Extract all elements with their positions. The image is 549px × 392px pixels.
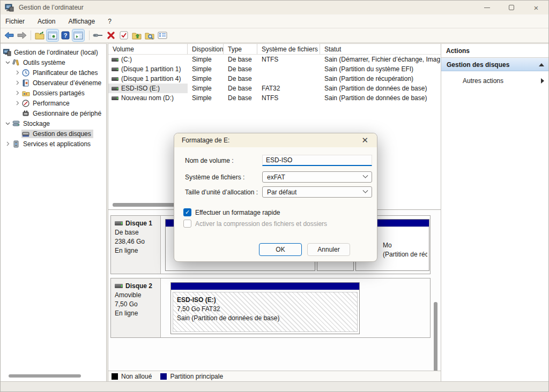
disk-2-label[interactable]: Disque 2 Amovible 7,50 Go En ligne: [111, 278, 161, 337]
show-action-pane-icon[interactable]: [72, 29, 84, 41]
col-disposition[interactable]: Disposition: [188, 44, 224, 54]
col-type[interactable]: Type: [224, 44, 257, 54]
quick-format-checkbox[interactable]: ✓: [183, 208, 191, 216]
performance-icon: [22, 100, 30, 107]
folder-up-icon[interactable]: [131, 29, 143, 41]
dialog-title-bar: Formatage de E: ✕: [174, 133, 377, 147]
col-statut[interactable]: Statut: [320, 44, 441, 54]
tree-item-gestion-des-disques[interactable]: Gestion des disques: [1, 129, 106, 139]
disk-2-partition-esd-iso[interactable]: ESD-ISO (E:) 7,50 Go FAT32 Sain (Partiti…: [170, 282, 360, 334]
tree-item-services-applications[interactable]: Services et applications: [1, 139, 106, 149]
toolbar: ?: [1, 28, 548, 43]
compression-checkbox[interactable]: [183, 220, 191, 228]
tree-item-label: Gestion des disques: [33, 130, 91, 138]
actions-group-gestion-des-disques[interactable]: Gestion des disques: [441, 58, 549, 71]
disk-1-label[interactable]: Disque 1 De base 238,46 Go En ligne: [111, 216, 161, 274]
help-icon[interactable]: ?: [60, 29, 71, 41]
chevron-down-icon: [363, 173, 368, 178]
col-systeme-fichiers[interactable]: Système de fichiers: [257, 44, 320, 54]
dialog-title: Formatage de E:: [182, 137, 229, 144]
partition-color-bar: [171, 283, 359, 290]
chevron-down-icon[interactable]: [3, 121, 12, 126]
chevron-right-icon[interactable]: [13, 91, 21, 95]
disk-icon: [115, 284, 123, 288]
allocation-size-label: Taille d’unité d’allocation :: [185, 189, 258, 196]
volume-row-selected[interactable]: ESD-ISO (E:) Simple De base FAT32 Sain (…: [108, 84, 441, 93]
tree-item-label: Dossiers partagés: [33, 89, 85, 97]
show-console-tree-icon[interactable]: [47, 29, 58, 41]
back-icon[interactable]: [3, 29, 15, 41]
tree-item-label: Observateur d’événeme: [33, 79, 101, 87]
computer-management-window: Gestion de l’ordinateur × Fichier Action…: [0, 0, 549, 392]
volume-row[interactable]: Nouveau nom (D:) Simple De base NTFS Sai…: [108, 93, 441, 103]
partition-legend: Non alloué Partition principale: [108, 371, 441, 382]
volume-row[interactable]: (Disque 1 partition 1) Simple De base Sa…: [108, 64, 441, 74]
chevron-down-icon[interactable]: [3, 60, 12, 65]
tree-item-stockage[interactable]: Stockage: [1, 118, 106, 129]
actions-pane: Actions Gestion des disques Autres actio…: [441, 43, 549, 381]
menu-fichier[interactable]: Fichier: [1, 16, 31, 27]
minimize-icon[interactable]: [474, 1, 499, 14]
legend-unallocated-label: Non alloué: [121, 373, 152, 380]
disk-management-icon: [22, 130, 30, 138]
forward-icon[interactable]: [16, 29, 28, 41]
chevron-right-icon[interactable]: [3, 141, 12, 146]
chevron-down-icon: [363, 188, 368, 193]
allocation-size-select[interactable]: Par défaut: [262, 186, 372, 198]
legend-unallocated-swatch: [112, 373, 118, 380]
computer-icon: [3, 49, 11, 56]
menu-action[interactable]: Action: [31, 16, 62, 27]
tools-icon: [12, 59, 20, 66]
tree-item-outils-systeme[interactable]: Outils système: [1, 57, 106, 67]
maximize-icon[interactable]: [499, 1, 524, 14]
tree-item-label: Planificateur de tâches: [33, 69, 98, 77]
tree-horizontal-scrollbar[interactable]: [1, 373, 106, 380]
menu-help[interactable]: ?: [101, 16, 118, 27]
disk-vertical-scrollbar[interactable]: [432, 211, 439, 370]
folder-search-icon[interactable]: [144, 29, 155, 41]
tree-item-label: Stockage: [23, 120, 50, 127]
console-tree-pane: Gestion de l’ordinateur (local) Outils s…: [1, 43, 107, 381]
volume-icon: [112, 67, 118, 71]
collapse-icon: [539, 63, 544, 66]
close-icon[interactable]: ×: [524, 1, 548, 14]
tree-item-label: Gestionnaire de périphé: [33, 110, 101, 117]
dialog-close-icon[interactable]: ✕: [358, 135, 372, 145]
actions-header: Actions: [441, 44, 549, 58]
tree-item-observateur[interactable]: Observateur d’événeme: [1, 78, 106, 88]
volume-row[interactable]: (Disque 1 partition 4) Simple De base Sa…: [108, 74, 441, 84]
chevron-right-icon[interactable]: [13, 70, 21, 75]
file-system-select[interactable]: exFAT: [262, 171, 372, 183]
col-volume[interactable]: Volume: [108, 44, 188, 54]
tree-item-planificateur[interactable]: Planificateur de tâches: [1, 67, 106, 78]
menu-affichage[interactable]: Affichage: [62, 16, 101, 27]
tree-item-dossiers-partages[interactable]: Dossiers partagés: [1, 88, 106, 98]
tool-icon[interactable]: [92, 29, 104, 41]
scrollbar-thumb[interactable]: [9, 374, 81, 378]
chevron-right-icon[interactable]: [13, 80, 21, 85]
tree-item-label: Gestion de l’ordinateur (local): [14, 49, 98, 56]
format-dialog: Formatage de E: ✕ Nom de volume : Systèm…: [174, 133, 377, 262]
event-viewer-icon: [22, 79, 30, 87]
title-bar: Gestion de l’ordinateur ×: [1, 1, 548, 14]
quick-format-label: Effectuer un formatage rapide: [195, 209, 280, 216]
ok-button[interactable]: OK: [259, 243, 302, 256]
volume-name-label: Nom de volume :: [185, 157, 234, 164]
volume-icon: [112, 58, 118, 62]
disk-icon: [115, 221, 123, 225]
tree-item-performance[interactable]: Performance: [1, 98, 106, 108]
window-title: Gestion de l’ordinateur: [19, 4, 84, 11]
volume-name-input[interactable]: [262, 155, 372, 166]
chevron-right-icon[interactable]: [13, 101, 21, 105]
compression-label: Activer la compression des fichiers et d…: [195, 220, 327, 228]
actions-item-autres-actions[interactable]: Autres actions: [441, 74, 549, 87]
tree-item-gestionnaire-peripheriques[interactable]: Gestionnaire de périphé: [1, 108, 106, 118]
cancel-button[interactable]: Annuler: [307, 243, 350, 256]
export-list-icon[interactable]: [34, 29, 46, 41]
tree-item-computer-management[interactable]: Gestion de l’ordinateur (local): [1, 47, 106, 57]
volume-row[interactable]: (C:) Simple De base NTFS Sain (Démarrer,…: [108, 55, 441, 64]
delete-icon[interactable]: [105, 29, 117, 41]
task-scheduler-icon: [22, 69, 30, 77]
check-icon[interactable]: [118, 29, 130, 41]
properties-list-icon[interactable]: [157, 29, 168, 41]
